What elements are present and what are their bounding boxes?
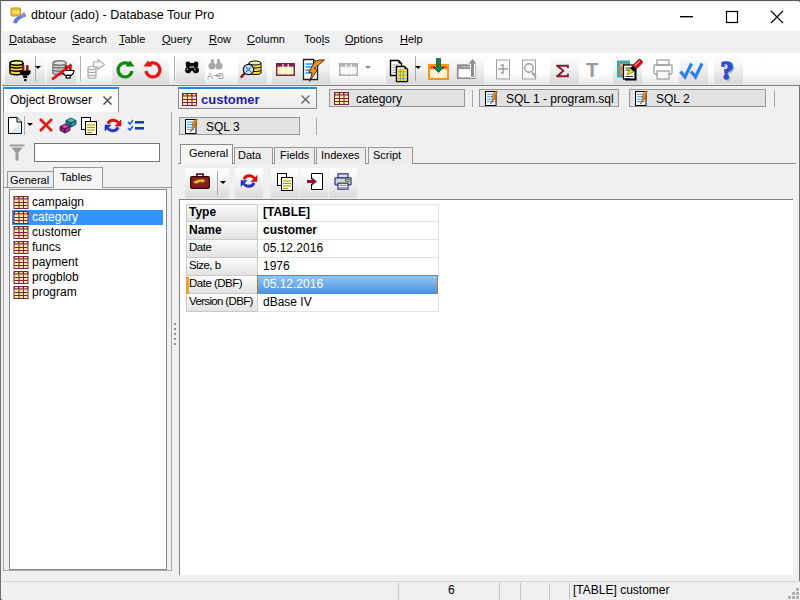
svg-text:T: T: [586, 59, 598, 81]
svg-text:B: B: [218, 71, 224, 81]
svg-text:A: A: [207, 71, 213, 81]
svg-text:?: ?: [721, 56, 734, 85]
